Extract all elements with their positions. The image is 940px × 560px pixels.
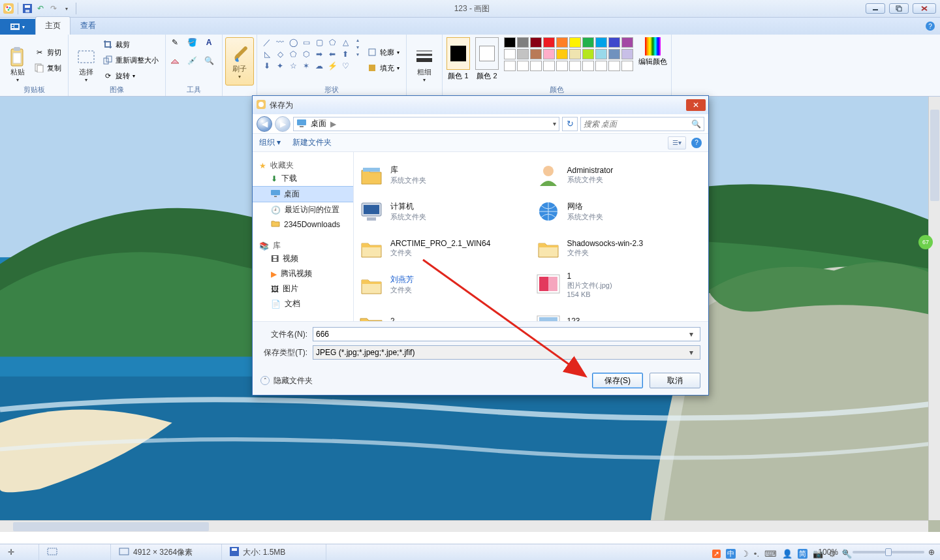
hide-folders-button[interactable]: ˄隐藏文件夹 <box>260 375 313 386</box>
color-swatch[interactable] <box>582 49 594 59</box>
side-badge[interactable]: 67 <box>918 235 933 249</box>
color-swatch[interactable] <box>556 49 568 59</box>
shapes-expand[interactable]: ▾ <box>356 52 359 57</box>
shapes-scroll-down[interactable]: ▾ <box>356 44 359 50</box>
shape-rect-icon[interactable]: ▭ <box>300 37 312 48</box>
close-button[interactable] <box>913 3 936 14</box>
shape-line-icon[interactable]: ／ <box>261 37 273 48</box>
maximize-button[interactable] <box>889 3 909 14</box>
nav-desktop[interactable]: 桌面 <box>253 186 353 202</box>
color2-button[interactable] <box>475 37 499 70</box>
forward-button[interactable]: ▶ <box>275 116 290 132</box>
nav-tencent[interactable]: ▶腾讯视频 <box>253 266 353 281</box>
file-item[interactable]: Administrator系统文件夹 <box>533 157 706 193</box>
eraser-tool-icon[interactable] <box>170 55 180 66</box>
select-button[interactable]: 选择▾ <box>72 37 100 83</box>
thickness-button[interactable]: 粗细▾ <box>411 37 438 83</box>
file-item[interactable]: 123 <box>533 303 706 321</box>
filetype-select[interactable]: JPEG (*.jpg;*.jpeg;*.jpe;*.jfif)▾ <box>313 345 700 360</box>
file-item[interactable]: 计算机系统文件夹 <box>356 194 529 229</box>
shape-pentagon-icon[interactable]: ⬠ <box>287 49 299 59</box>
color-swatch[interactable] <box>608 49 620 59</box>
text-tool-icon[interactable]: A <box>204 37 214 48</box>
color-swatch[interactable] <box>621 61 633 71</box>
search-input[interactable] <box>584 119 691 129</box>
color-swatch[interactable] <box>556 37 568 48</box>
organize-button[interactable]: 组织 ▾ <box>259 137 281 148</box>
shape-4star-icon[interactable]: ✦ <box>274 61 286 71</box>
color-swatch[interactable] <box>582 61 594 71</box>
help-icon[interactable]: ? <box>926 22 935 31</box>
color-swatch[interactable] <box>543 37 555 48</box>
file-item[interactable]: 刘燕芳文件夹 <box>356 267 529 302</box>
pencil-tool-icon[interactable]: ✎ <box>170 37 180 48</box>
shapes-gallery[interactable]: ／ 〰 ◯ ▭ ▢ ⬠ △ ◺ ◇ ⬠ ⬡ ➡ ⬅ ⬆ ⬇ ✦ ☆ ✶ ☁ ⚡ <box>261 37 351 71</box>
crop-button[interactable]: 裁剪 <box>102 38 159 51</box>
shape-uarrow-icon[interactable]: ⬆ <box>339 49 351 59</box>
color-swatch[interactable] <box>530 49 542 59</box>
shape-roundrect-icon[interactable]: ▢ <box>313 37 325 48</box>
undo-icon[interactable]: ↶ <box>35 3 46 14</box>
color-swatch[interactable] <box>569 37 581 48</box>
file-item[interactable]: 库系统文件夹 <box>356 157 529 193</box>
color-swatch[interactable] <box>608 61 620 71</box>
dialog-close-button[interactable]: ✕ <box>686 99 706 111</box>
shape-hexagon-icon[interactable]: ⬡ <box>300 49 312 59</box>
view-mode-button[interactable]: ☰▾ <box>668 136 686 149</box>
shape-darrow-icon[interactable]: ⬇ <box>261 61 273 71</box>
search-box[interactable]: 🔍 <box>580 117 704 131</box>
shapes-scroll-up[interactable]: ▴ <box>356 37 359 43</box>
shape-diamond-icon[interactable]: ◇ <box>274 49 286 59</box>
back-button[interactable]: ◀ <box>257 116 272 132</box>
copy-button[interactable]: 复制 <box>34 61 61 74</box>
shape-polygon-icon[interactable]: ⬠ <box>326 37 338 48</box>
nav-library[interactable]: 📚库 <box>253 240 353 251</box>
shape-5star-icon[interactable]: ☆ <box>287 61 299 71</box>
nav-favorites[interactable]: ★收藏夹 <box>253 160 353 171</box>
filename-input[interactable] <box>316 330 685 339</box>
shape-curve-icon[interactable]: 〰 <box>274 37 286 48</box>
resize-button[interactable]: 重新调整大小 <box>102 54 159 67</box>
nav-2345downloads[interactable]: 2345Downloads <box>253 217 353 231</box>
color-swatch[interactable] <box>582 37 594 48</box>
shape-triangle-icon[interactable]: △ <box>339 37 351 48</box>
file-item[interactable]: Shadowsocks-win-2.3文件夹 <box>533 230 706 266</box>
horizontal-scrollbar[interactable] <box>0 520 928 532</box>
shape-fill-button[interactable]: 填充▾ <box>367 61 400 74</box>
tab-view[interactable]: 查看 <box>70 16 106 35</box>
new-folder-button[interactable]: 新建文件夹 <box>292 137 332 148</box>
cut-button[interactable]: ✂剪切 <box>34 46 61 59</box>
filename-dropdown-icon[interactable]: ▾ <box>685 330 697 339</box>
zoom-out-button[interactable]: ⊖ <box>842 548 849 557</box>
shape-rtriangle-icon[interactable]: ◺ <box>261 49 273 59</box>
color-swatch[interactable] <box>504 37 516 48</box>
shape-6star-icon[interactable]: ✶ <box>300 61 312 71</box>
color-swatch[interactable] <box>543 61 555 71</box>
redo-icon[interactable]: ↷ <box>48 3 59 14</box>
nav-downloads[interactable]: ⬇下载 <box>253 171 353 186</box>
color-swatch[interactable] <box>517 49 529 59</box>
refresh-button[interactable]: ↻ <box>562 117 578 131</box>
nav-recent[interactable]: 🕘最近访问的位置 <box>253 202 353 217</box>
navigation-pane[interactable]: ★收藏夹 ⬇下载 桌面 🕘最近访问的位置 2345Downloads 📚库 🎞视… <box>253 152 354 321</box>
color-swatch[interactable] <box>595 49 607 59</box>
picker-tool-icon[interactable]: 💉 <box>187 55 197 66</box>
color-swatch[interactable] <box>595 61 607 71</box>
file-item[interactable]: 网络系统文件夹 <box>533 194 706 229</box>
color-swatch[interactable] <box>530 37 542 48</box>
shape-bolt-icon[interactable]: ⚡ <box>326 61 338 71</box>
hscroll-thumb[interactable] <box>13 522 209 531</box>
tab-home[interactable]: 主页 <box>35 16 70 35</box>
color-swatch[interactable] <box>569 61 581 71</box>
color-swatch[interactable] <box>621 49 633 59</box>
file-pane[interactable]: 库系统文件夹 Administrator系统文件夹 计算机系统文件夹 网络系统文… <box>354 152 708 321</box>
rotate-button[interactable]: ⟳旋转 ▾ <box>102 69 159 82</box>
zoom-in-button[interactable]: ⊕ <box>928 548 935 557</box>
qat-dropdown-icon[interactable]: ▾ <box>61 3 72 14</box>
color-swatch[interactable] <box>595 37 607 48</box>
nav-pictures[interactable]: 🖼图片 <box>253 281 353 296</box>
minimize-button[interactable] <box>866 3 885 14</box>
shape-larrow-icon[interactable]: ⬅ <box>326 49 338 59</box>
bucket-tool-icon[interactable]: 🪣 <box>187 37 197 48</box>
color-swatch[interactable] <box>517 37 529 48</box>
